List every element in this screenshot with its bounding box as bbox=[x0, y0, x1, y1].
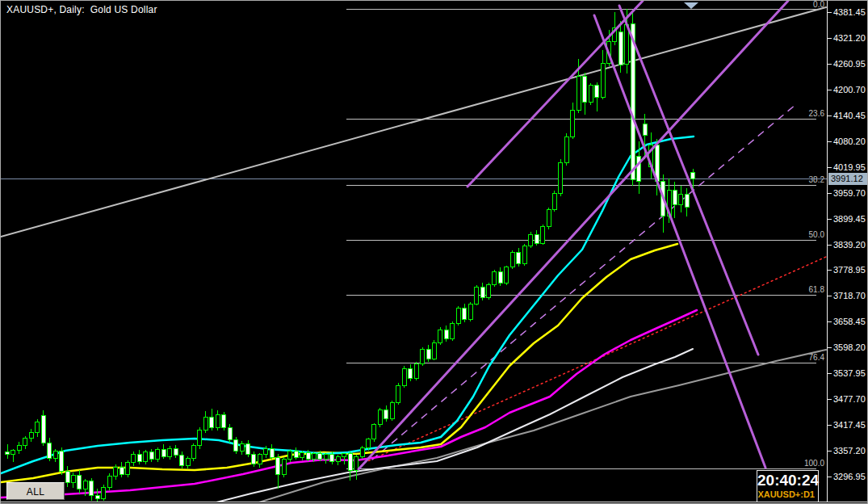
axis-tick-label: 4381.45 bbox=[833, 7, 866, 17]
candle-bull bbox=[258, 455, 262, 464]
axis-tick-mark bbox=[828, 425, 832, 426]
candle-bull bbox=[11, 451, 15, 455]
axis-tick-label: 3778.95 bbox=[833, 265, 866, 275]
candle-bull bbox=[168, 449, 172, 457]
sell-signal-arrow-icon bbox=[684, 2, 698, 9]
gray-trendline-upper bbox=[1, 7, 826, 237]
violet-trendline-up-long bbox=[359, 1, 788, 469]
candle-bear bbox=[41, 415, 45, 443]
axis-tick-label: 3959.70 bbox=[833, 188, 866, 198]
candle-bull bbox=[126, 462, 130, 474]
candle-bear bbox=[384, 410, 388, 419]
candle-bear bbox=[685, 195, 689, 208]
candle-bull bbox=[17, 445, 21, 450]
candle-bull bbox=[552, 194, 556, 210]
axis-tick-label: 3296.95 bbox=[833, 472, 866, 481]
candle-bull bbox=[559, 162, 563, 193]
axis-tick-mark bbox=[828, 219, 832, 220]
axis-tick-mark bbox=[828, 477, 832, 477]
axis-tick-mark bbox=[828, 90, 832, 90]
candle-bull bbox=[468, 304, 472, 319]
axis-tick-mark bbox=[828, 64, 832, 65]
candle-bear bbox=[631, 23, 635, 180]
candle-bull bbox=[522, 246, 526, 264]
candle-bull bbox=[71, 475, 75, 483]
candle-bear bbox=[161, 450, 166, 456]
candle-bull bbox=[510, 253, 514, 267]
candle-bear bbox=[535, 234, 539, 243]
axis-tick-label: 3718.70 bbox=[833, 291, 866, 300]
candle-bull bbox=[29, 432, 33, 438]
candle-bull bbox=[577, 76, 581, 110]
candle-bull bbox=[378, 410, 382, 425]
candle-bear bbox=[48, 443, 52, 458]
candle-bear bbox=[306, 453, 310, 459]
candle-bull bbox=[240, 443, 244, 451]
candle-bull bbox=[342, 454, 346, 456]
current-price-badge: 3991.12 bbox=[828, 173, 868, 185]
candle-bull bbox=[203, 417, 208, 430]
terminal-window: 0.023.638.250.061.876.4100.0 XAUUSD+, Da… bbox=[0, 0, 868, 504]
axis-tick-label: 4321.20 bbox=[833, 33, 866, 43]
candle-bull bbox=[288, 452, 292, 460]
fib-level-label: 61.8 bbox=[809, 285, 825, 294]
candle-bull bbox=[589, 86, 593, 102]
fib-level-label: 38.2 bbox=[809, 175, 825, 184]
candle-bear bbox=[149, 452, 153, 460]
candle-bear bbox=[6, 452, 10, 455]
candle-bull bbox=[144, 452, 148, 462]
candle-bear bbox=[180, 455, 184, 465]
candle-bull bbox=[421, 350, 425, 364]
candle-bull bbox=[198, 430, 202, 445]
candle-bear bbox=[318, 454, 322, 459]
candle-bull bbox=[132, 455, 136, 463]
axis-tick-label: 3839.20 bbox=[833, 240, 866, 250]
axis-tick-label: 3357.20 bbox=[833, 446, 866, 456]
candle-bull bbox=[372, 425, 376, 439]
axis-tick-mark bbox=[828, 296, 832, 296]
candle-bear bbox=[246, 443, 250, 455]
fib-level-label: 76.4 bbox=[809, 353, 825, 362]
price-axis[interactable]: 3991.12 4381.454321.204260.954200.704140… bbox=[827, 1, 868, 502]
candle-bull bbox=[36, 422, 40, 433]
candle-bull bbox=[156, 450, 160, 460]
candle-bull bbox=[216, 414, 220, 427]
candle-bear bbox=[210, 417, 214, 427]
axis-tick-label: 4260.95 bbox=[833, 59, 866, 69]
axis-tick-label: 3899.45 bbox=[833, 214, 866, 224]
axis-tick-label: 3537.95 bbox=[833, 368, 866, 378]
candle-bull bbox=[414, 364, 418, 378]
axis-tick-label: 3417.45 bbox=[833, 420, 866, 430]
candle-bull bbox=[402, 369, 406, 385]
all-clear-button[interactable]: ALL CLEAR bbox=[6, 482, 65, 500]
candle-bull bbox=[336, 456, 340, 461]
fib-level-label: 50.0 bbox=[809, 230, 825, 239]
chart-area[interactable]: 0.023.638.250.061.876.4100.0 XAUUSD+, Da… bbox=[1, 1, 827, 502]
candle-bear bbox=[619, 32, 623, 65]
axis-tick-mark bbox=[828, 38, 832, 39]
candle-bear bbox=[330, 455, 334, 461]
axis-tick-mark bbox=[828, 116, 832, 116]
candle-bull bbox=[360, 447, 364, 456]
candle-bear bbox=[60, 452, 64, 471]
candle-bear bbox=[174, 449, 178, 456]
candle-bear bbox=[426, 350, 430, 359]
candle-bear bbox=[463, 309, 467, 320]
candle-bear bbox=[643, 124, 647, 135]
candle-bull bbox=[505, 267, 509, 284]
axis-tick-mark bbox=[828, 373, 832, 374]
candle-bear bbox=[120, 468, 124, 474]
candle-bear bbox=[276, 457, 280, 474]
candle-bull bbox=[487, 284, 491, 297]
axis-tick-mark bbox=[828, 12, 832, 13]
candle-bull bbox=[107, 476, 111, 487]
candle-bear bbox=[517, 253, 521, 264]
candle-bear bbox=[444, 330, 448, 339]
axis-tick-mark bbox=[828, 167, 832, 168]
candle-bull bbox=[83, 481, 87, 489]
violet-dashed-channel bbox=[372, 104, 796, 460]
candle-bull bbox=[396, 385, 400, 402]
price-chart[interactable]: 0.023.638.250.061.876.4100.0 bbox=[1, 1, 827, 502]
candle-bear bbox=[222, 414, 226, 427]
candle-bull bbox=[186, 458, 190, 466]
